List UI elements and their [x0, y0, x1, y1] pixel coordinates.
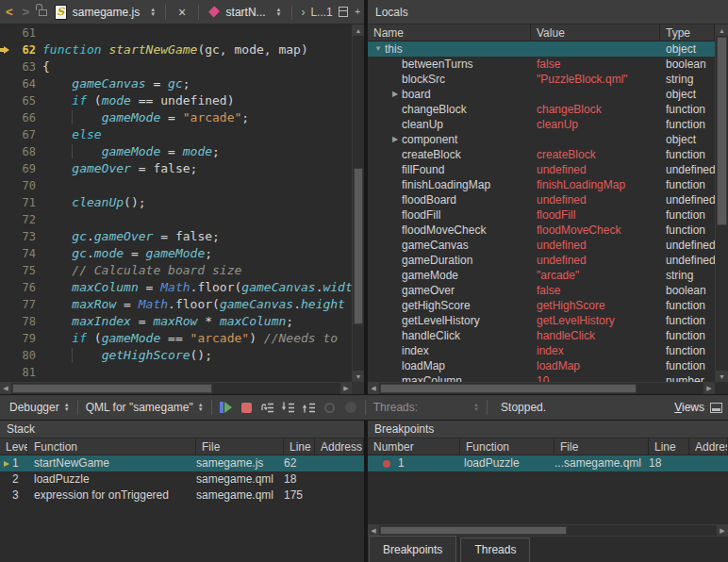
locals-row[interactable]: indexindexfunction [368, 343, 715, 358]
breakpoint-row[interactable]: 1loadPuzzle...samegame.qml18 [368, 455, 728, 471]
code-line[interactable]: 64 gameCanvas = gc; [0, 75, 352, 92]
debug-target-combo[interactable]: QML for "samegame" ▲▼ [82, 401, 207, 414]
code-line[interactable]: 73 gc.gameOver = false; [0, 228, 352, 245]
code-line[interactable]: 67 else [0, 126, 352, 143]
line-number[interactable]: 68 [12, 143, 42, 160]
split-plus-icon[interactable]: + [355, 7, 360, 17]
line-number[interactable]: 77 [12, 296, 42, 313]
code-line[interactable]: 81 [0, 364, 352, 381]
line-number[interactable]: 61 [12, 25, 42, 41]
code-line[interactable]: 78 maxIndex = maxRow * maxColumn; [0, 313, 352, 330]
debugger-mode-combo[interactable]: Debugger ▲▼ [6, 401, 74, 414]
stack-column-level[interactable]: Level [0, 438, 28, 455]
scroll-down-icon[interactable]: ▼ [353, 371, 364, 382]
scroll-right-icon[interactable]: ▶ [717, 525, 728, 536]
scrollbar-thumb[interactable] [12, 384, 212, 393]
stack-row[interactable]: 3expression for onTriggeredsamegame.qml1… [0, 488, 364, 504]
locals-row[interactable]: handleClickhandleClickfunction [368, 328, 715, 343]
line-number[interactable]: 81 [12, 364, 42, 381]
locals-row[interactable]: floodBoardundefinedundefined [368, 192, 715, 207]
code-line[interactable]: 65 if (mode == undefined) [0, 92, 352, 109]
breakpoints-column-address[interactable]: Address [689, 438, 728, 455]
line-number[interactable]: 62 [12, 41, 42, 58]
code-line[interactable]: 76 maxColumn = Math.floor(gameCanvas.wid… [0, 279, 352, 296]
panel-splitter[interactable] [364, 0, 368, 394]
tab-breakpoints[interactable]: Breakpoints [369, 536, 456, 562]
scroll-left-icon[interactable]: ◀ [368, 383, 379, 394]
scroll-left-icon[interactable]: ◀ [368, 525, 379, 536]
code-line[interactable]: 63{ [0, 58, 352, 75]
stack-column-line[interactable]: Line [284, 438, 315, 455]
locals-column-name[interactable]: Name [368, 25, 531, 41]
line-number[interactable]: 67 [12, 126, 42, 143]
locals-row[interactable]: betweenTurnsfalseboolean [368, 57, 715, 72]
code-line[interactable]: 75 // Calculate board size [0, 262, 352, 279]
locals-row[interactable]: floodFillfloodFillfunction [368, 207, 715, 223]
expand-toggle-icon[interactable]: ▼ [372, 41, 385, 57]
locals-row[interactable]: loadMaploadMapfunction [368, 358, 715, 373]
locals-row[interactable]: fillFoundundefinedundefined [368, 162, 715, 177]
breakpoints-column-file[interactable]: File [554, 438, 649, 455]
scrollbar-thumb[interactable] [380, 526, 567, 535]
line-number[interactable]: 75 [12, 262, 42, 279]
locals-row[interactable]: floodMoveCheckfloodMoveCheckfunction [368, 223, 715, 238]
line-number[interactable]: 71 [12, 194, 42, 211]
breakpoints-column-line[interactable]: Line [649, 438, 689, 455]
split-editor-icon[interactable] [339, 7, 348, 17]
locals-row[interactable]: ▶componentobject [368, 132, 715, 147]
scroll-right-icon[interactable]: ▶ [703, 383, 715, 394]
scroll-up-icon[interactable]: ▲ [716, 25, 728, 36]
editor-horizontal-scrollbar[interactable]: ◀ ▶ [0, 382, 352, 394]
step-out-icon[interactable] [299, 399, 320, 416]
code-line[interactable]: 62function startNewGame(gc, mode, map) [0, 41, 352, 58]
forward-icon[interactable]: > [21, 5, 32, 19]
breakpoints-column-number[interactable]: Number [368, 438, 460, 455]
code-editor[interactable]: 6162function startNewGame(gc, mode, map)… [0, 25, 364, 394]
code-line[interactable]: 74 gc.mode = gameMode; [0, 245, 352, 262]
scroll-up-icon[interactable]: ▲ [353, 25, 364, 36]
stack-column-address[interactable]: Address [315, 438, 364, 455]
scrollbar-thumb[interactable] [354, 168, 363, 325]
overflow-chevron-icon[interactable]: › [301, 6, 305, 19]
locals-row[interactable]: createBlockcreateBlockfunction [368, 147, 715, 162]
window-layout-icon[interactable] [710, 403, 722, 413]
stack-column-function[interactable]: Function [28, 438, 196, 455]
views-menu-button[interactable]: Views [674, 401, 722, 414]
code-line[interactable]: 69 gameOver = false; [0, 160, 352, 177]
locals-row[interactable]: ▼thisobject [368, 41, 715, 57]
locals-vertical-scrollbar[interactable]: ▲ ▼ [715, 25, 728, 382]
line-marker-margin[interactable] [0, 46, 12, 54]
line-number[interactable]: 69 [12, 160, 42, 177]
step-into-icon[interactable] [278, 399, 299, 416]
locals-horizontal-scrollbar[interactable]: ◀ ▶ [368, 382, 715, 394]
line-number[interactable]: 65 [12, 92, 42, 109]
line-number[interactable]: 80 [12, 347, 42, 364]
locals-row[interactable]: getHighScoregetHighScorefunction [368, 298, 715, 313]
close-document-icon[interactable]: × [175, 5, 189, 20]
expand-toggle-icon[interactable]: ▶ [389, 87, 402, 102]
scrollbar-thumb[interactable] [717, 37, 727, 225]
line-number[interactable]: 78 [12, 313, 42, 330]
symbol-combo[interactable]: startN... [226, 6, 266, 19]
tab-threads[interactable]: Threads [460, 537, 530, 562]
code-line[interactable]: 79 if (gameMode == "arcade") //Needs to [0, 330, 352, 347]
locals-row[interactable]: gameOverfalseboolean [368, 283, 715, 298]
line-number[interactable]: 66 [12, 109, 42, 126]
code-line[interactable]: 68 gameMode = mode; [0, 143, 352, 160]
code-line[interactable]: 77 maxRow = Math.floor(gameCanvas.height [0, 296, 352, 313]
line-number[interactable]: 70 [12, 177, 42, 194]
line-number[interactable]: 72 [12, 211, 42, 228]
code-line[interactable]: 70 [0, 177, 352, 194]
step-over-icon[interactable] [257, 399, 278, 416]
line-number[interactable]: 76 [12, 279, 42, 296]
line-number[interactable]: 63 [12, 58, 42, 75]
locals-row[interactable]: gameCanvasundefinedundefined [368, 238, 715, 253]
scroll-left-icon[interactable]: ◀ [0, 383, 11, 394]
continue-debug-icon[interactable] [216, 399, 237, 416]
locals-row[interactable]: maxColumn10number [368, 373, 715, 382]
locals-row[interactable]: changeBlockchangeBlockfunction [368, 102, 715, 117]
locals-row[interactable]: gameDurationundefinedundefined [368, 253, 715, 268]
stop-debug-icon[interactable] [237, 399, 257, 416]
line-number[interactable]: 74 [12, 245, 42, 262]
code-line[interactable]: 66 gameMode = "arcade"; [0, 109, 352, 126]
